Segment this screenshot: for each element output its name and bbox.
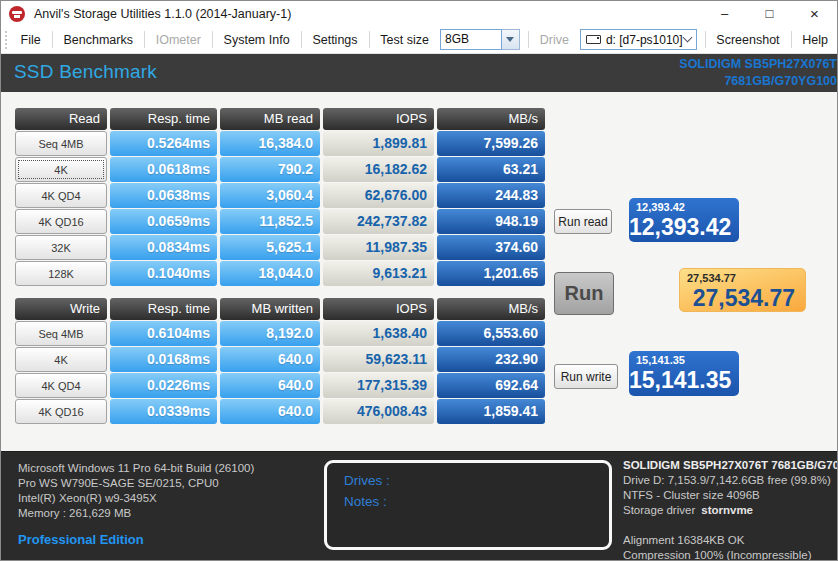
result-cell: 0.0226ms <box>110 373 217 398</box>
result-cell: 177,315.39 <box>323 373 434 398</box>
menu-screenshot[interactable]: Screenshot <box>707 27 788 53</box>
test-row-button[interactable]: 4K <box>15 347 107 372</box>
result-cell: 0.0618ms <box>110 157 217 182</box>
result-cell: 0.5264ms <box>110 131 217 156</box>
drive-title: SOLIDIGM SB5PH27X076T 7681GB/G70YG100 <box>623 458 838 473</box>
device-model-line2: 7681GB/G70YG100 <box>679 73 837 90</box>
result-cell: 0.0168ms <box>110 347 217 372</box>
column-header-iops: IOPS <box>323 298 434 320</box>
column-header-mb-read: MB read <box>220 108 320 130</box>
result-cell: 242,737.82 <box>323 209 434 234</box>
result-cell: 5,625.1 <box>220 235 320 260</box>
result-cell: 948.19 <box>437 209 545 234</box>
result-cell: 476,008.43 <box>323 399 434 424</box>
menu-benchmarks[interactable]: Benchmarks <box>54 27 141 53</box>
menu-separator <box>301 31 302 48</box>
result-cell: 59,623.11 <box>323 347 434 372</box>
menu-help[interactable]: Help <box>793 27 837 53</box>
result-cell: 8,192.0 <box>220 321 320 346</box>
result-cell: 1,859.41 <box>437 399 545 424</box>
maximize-button[interactable]: □ <box>747 1 792 26</box>
test-row-button[interactable]: 32K <box>15 235 107 260</box>
result-cell: 9,613.21 <box>323 261 434 286</box>
result-cell: 790.2 <box>220 157 320 182</box>
chevron-down-icon <box>682 33 692 43</box>
total-score-small: 27,534.77 <box>680 269 805 284</box>
column-header-read: Read <box>15 108 107 130</box>
result-cell: 3,060.4 <box>220 183 320 208</box>
window-title: Anvil's Storage Utilities 1.1.0 (2014-Ja… <box>34 7 291 21</box>
result-cell: 11,852.5 <box>220 209 320 234</box>
column-header-mb-s: MB/s <box>437 298 545 320</box>
column-header-mb-s: MB/s <box>437 108 545 130</box>
motherboard-line: Pro WS W790E-SAGE SE/0215, CPU0 <box>18 476 254 491</box>
system-info-block: Microsoft Windows 11 Pro 64-bit Build (2… <box>18 461 254 521</box>
device-model: SOLIDIGM SB5PH27X076T 7681GB/G70YG100 <box>679 56 837 90</box>
result-cell: 0.1040ms <box>110 261 217 286</box>
drive-label: Drive <box>531 27 578 53</box>
write-score-value: 15,141.35 <box>629 366 739 393</box>
column-header-mb-written: MB written <box>220 298 320 320</box>
drives-label: Drives : <box>344 470 609 491</box>
device-model-line1: SOLIDIGM SB5PH27X076T <box>679 56 837 73</box>
read-results-table: ReadResp. timeMB readIOPSMB/sSeq 4MB0.52… <box>15 108 545 286</box>
test-row-button[interactable]: 128K <box>15 261 107 286</box>
drive-capacity-line: Drive D: 7,153.9/7,142.6GB free (99.8%) <box>623 473 838 488</box>
test-row-button[interactable]: 4K QD4 <box>15 183 107 208</box>
write-results-table: WriteResp. timeMB writtenIOPSMB/sSeq 4MB… <box>15 298 545 424</box>
app-anvil-icon <box>9 6 25 22</box>
menu-separator <box>144 31 145 48</box>
test-row-button[interactable]: 4K QD16 <box>15 209 107 234</box>
benchmark-main: ReadResp. timeMB readIOPSMB/sSeq 4MB0.52… <box>1 92 837 451</box>
result-cell: 0.0659ms <box>110 209 217 234</box>
result-cell: 62,676.00 <box>323 183 434 208</box>
test-row-button[interactable]: Seq 4MB <box>15 321 107 346</box>
test-size-value[interactable]: 8GB <box>440 29 502 50</box>
test-size-dropdown-button[interactable] <box>502 29 520 50</box>
benchmark-header: SSD Benchmark SOLIDIGM SB5PH27X076T 7681… <box>1 54 837 92</box>
menu-system-info[interactable]: System Info <box>215 27 299 53</box>
column-header-resp-time: Resp. time <box>110 108 217 130</box>
title-bar: Anvil's Storage Utilities 1.1.0 (2014-Ja… <box>1 1 837 26</box>
run-write-button[interactable]: Run write <box>554 364 618 389</box>
test-size-label: Test size <box>371 27 438 53</box>
minimize-button[interactable]: – <box>702 1 747 26</box>
menu-bar: File Benchmarks IOmeter System Info Sett… <box>1 26 837 54</box>
run-read-button[interactable]: Run read <box>554 209 612 234</box>
test-size-combobox[interactable]: 8GB <box>440 29 520 50</box>
result-cell: 640.0 <box>220 399 320 424</box>
write-score-small: 15,141.35 <box>629 351 739 366</box>
menu-separator <box>369 31 370 48</box>
menu-separator <box>212 31 213 48</box>
result-cell: 11,987.35 <box>323 235 434 260</box>
close-button[interactable]: × <box>792 1 837 26</box>
test-row-button[interactable]: 4K QD4 <box>15 373 107 398</box>
total-score-box: 27,534.77 27,534.77 <box>679 268 806 312</box>
result-cell: 692.64 <box>437 373 545 398</box>
filesystem-line: NTFS - Cluster size 4096B <box>623 488 838 503</box>
drives-notes-box[interactable]: Drives : Notes : <box>324 460 612 550</box>
result-cell: 1,201.65 <box>437 261 545 286</box>
cpu-line: Intel(R) Xeon(R) w9-3495X <box>18 491 254 506</box>
result-cell: 640.0 <box>220 373 320 398</box>
drive-icon <box>586 35 601 44</box>
run-button[interactable]: Run <box>554 272 614 315</box>
drive-details-block: SOLIDIGM SB5PH27X076T 7681GB/G70YG100 Dr… <box>623 458 838 561</box>
result-cell: 374.60 <box>437 235 545 260</box>
menu-iometer: IOmeter <box>147 27 210 53</box>
menu-settings[interactable]: Settings <box>303 27 366 53</box>
result-cell: 16,182.62 <box>323 157 434 182</box>
menu-file[interactable]: File <box>12 27 50 53</box>
test-row-button[interactable]: Seq 4MB <box>15 131 107 156</box>
result-cell: 640.0 <box>220 347 320 372</box>
storage-driver-line: Storage driverstornvme <box>623 503 838 518</box>
test-row-button[interactable]: 4K <box>15 157 107 182</box>
test-row-button[interactable]: 4K QD16 <box>15 399 107 424</box>
drive-combobox[interactable]: d: [d7-ps1010] <box>580 29 697 50</box>
result-cell: 1,638.40 <box>323 321 434 346</box>
menu-separator <box>791 31 792 48</box>
result-cell: 0.0339ms <box>110 399 217 424</box>
result-cell: 18,044.0 <box>220 261 320 286</box>
result-cell: 6,553.60 <box>437 321 545 346</box>
edition-label: Professional Edition <box>18 532 144 547</box>
